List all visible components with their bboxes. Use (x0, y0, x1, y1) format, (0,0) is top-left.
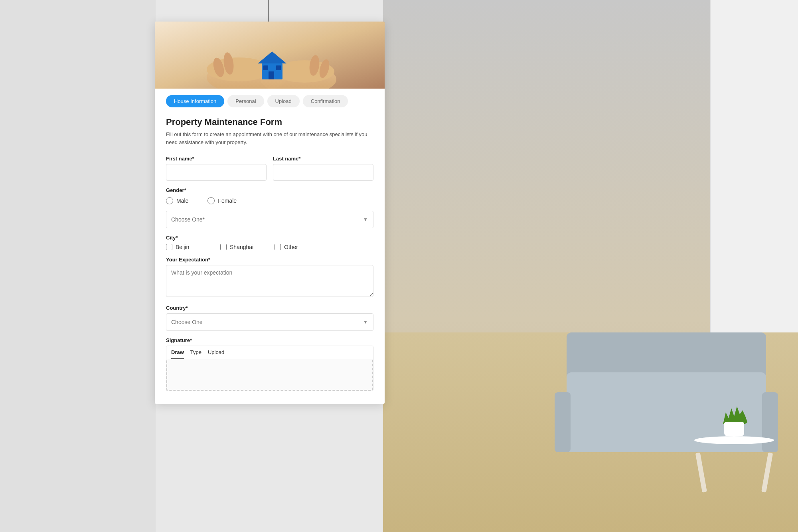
form-title: Property Maintenance Form (166, 117, 373, 127)
sig-tab-draw[interactable]: Draw (171, 349, 184, 359)
pot-body (724, 422, 744, 436)
plant-pot (718, 404, 750, 436)
radio-female-input[interactable] (207, 197, 215, 204)
signature-section: Signature* Draw Type Upload (166, 337, 373, 391)
checkbox-other-input[interactable] (275, 244, 281, 250)
checkbox-shanghai[interactable]: Shanghai (220, 244, 268, 250)
city-section: City* Beijin Shanghai Other (166, 235, 373, 250)
name-row: First name* Last name* (166, 156, 373, 181)
first-name-label: First name* (166, 156, 267, 162)
svg-rect-7 (263, 65, 268, 70)
tabs-bar: House Information Personal Upload Confir… (155, 89, 385, 107)
hero-image (155, 22, 385, 89)
first-name-group: First name* (166, 156, 267, 181)
checkbox-beijin-input[interactable] (166, 244, 172, 250)
radio-male[interactable]: Male (166, 197, 188, 204)
tab-personal[interactable]: Personal (227, 95, 264, 107)
city-label: City* (166, 235, 373, 241)
expectation-textarea[interactable] (166, 265, 373, 297)
svg-rect-9 (269, 71, 274, 79)
radio-male-label: Male (176, 198, 188, 204)
hero-svg (155, 22, 385, 89)
expectation-section: Your Expectation* (166, 257, 373, 299)
plant-leaves (720, 404, 748, 424)
signature-label: Signature* (166, 337, 373, 343)
expectation-label: Your Expectation* (166, 257, 373, 263)
signature-canvas[interactable] (166, 359, 373, 391)
checkbox-other-label: Other (284, 244, 298, 250)
checkbox-beijin-label: Beijin (176, 244, 189, 250)
couch-arm-left (555, 392, 571, 452)
hanging-string (268, 0, 269, 22)
first-name-input[interactable] (166, 164, 267, 181)
signature-tabs-bar: Draw Type Upload (166, 346, 373, 359)
table-leg-right (761, 452, 773, 492)
last-name-label: Last name* (273, 156, 373, 162)
checkbox-shanghai-label: Shanghai (230, 244, 253, 250)
signature-box: Draw Type Upload (166, 346, 373, 391)
sig-tab-type[interactable]: Type (190, 349, 201, 359)
tab-upload[interactable]: Upload (267, 95, 300, 107)
tab-house-information[interactable]: House Information (166, 95, 224, 107)
form-body: Property Maintenance Form Fill out this … (155, 107, 385, 404)
last-name-input[interactable] (273, 164, 373, 181)
sig-tab-upload[interactable]: Upload (208, 349, 224, 359)
tab-confirmation[interactable]: Confirmation (303, 95, 348, 107)
radio-female-label: Female (218, 198, 237, 204)
country-section: Country* Choose One ▼ (166, 305, 373, 331)
choose-one-wrapper: Choose One* ▼ (166, 211, 373, 228)
form-description: Fill out this form to create an appointm… (166, 131, 373, 146)
table-leg-left (695, 452, 707, 492)
form-card: House Information Personal Upload Confir… (155, 22, 385, 404)
city-checkbox-group: Beijin Shanghai Other (166, 244, 373, 250)
country-wrapper: Choose One ▼ (166, 313, 373, 331)
last-name-group: Last name* (273, 156, 373, 181)
svg-rect-8 (276, 65, 281, 70)
background-left (0, 0, 156, 532)
choose-one-select[interactable]: Choose One* (166, 211, 373, 228)
table-top (694, 436, 774, 444)
country-label: Country* (166, 305, 373, 311)
checkbox-beijin[interactable]: Beijin (166, 244, 214, 250)
radio-group: Male Female (166, 197, 373, 204)
country-select[interactable]: Choose One (166, 313, 373, 331)
radio-female[interactable]: Female (207, 197, 237, 204)
radio-male-input[interactable] (166, 197, 173, 204)
gender-label: Gender* (166, 187, 373, 193)
checkbox-shanghai-input[interactable] (220, 244, 227, 250)
gender-row: Gender* Male Female (166, 187, 373, 204)
side-table (694, 436, 774, 492)
checkbox-other[interactable]: Other (275, 244, 322, 250)
